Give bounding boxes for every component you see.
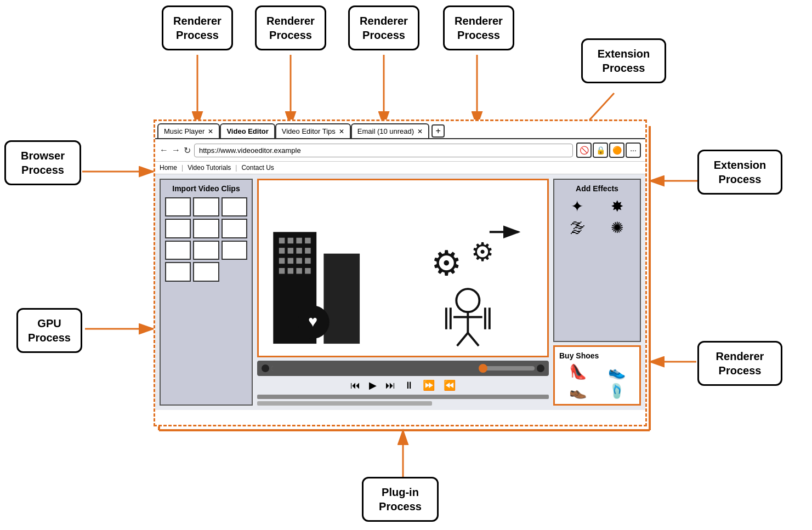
content-area: Import Video Clips	[155, 174, 645, 410]
clip-thumb-8[interactable]	[193, 241, 219, 260]
clip-thumb-3[interactable]	[222, 197, 247, 216]
playback-start	[262, 364, 269, 372]
ad-panel: Buy Shoes 👠 👟 👞 🩴	[553, 345, 641, 406]
browser-container: Music Player ✕ Video Editor Video Editor…	[154, 119, 647, 426]
extension-process-right: ExtensionProcess	[697, 150, 782, 195]
effect-sparkle[interactable]: ✦	[559, 197, 595, 215]
shoes-grid: 👠 👟 👞 🩴	[559, 363, 635, 400]
effects-grid: ✦ ✸ 🌫 ✺	[559, 197, 635, 237]
svg-rect-33	[305, 268, 311, 274]
playback-track[interactable]	[271, 366, 535, 371]
clip-thumb-7[interactable]	[165, 241, 191, 260]
tab-email[interactable]: Email (10 unread) ✕	[351, 123, 429, 138]
svg-rect-26	[279, 258, 285, 264]
svg-text:⚙: ⚙	[471, 237, 494, 266]
video-preview: ♥ ⚙ ⚙	[257, 179, 549, 357]
nav-home[interactable]: Home	[160, 164, 177, 172]
play-button[interactable]: ▶	[369, 379, 377, 391]
effect-burst[interactable]: ✸	[599, 197, 635, 215]
svg-rect-19	[288, 238, 294, 244]
skip-forward-button[interactable]: ⏭	[385, 380, 395, 391]
toolbar-icons: 🚫 🔒 🟠 ···	[576, 143, 641, 158]
clip-thumb-2[interactable]	[193, 197, 219, 216]
new-tab-button[interactable]: +	[431, 124, 445, 138]
nav-contact[interactable]: Contact Us	[241, 164, 274, 172]
lock-icon[interactable]: 🔒	[593, 143, 608, 158]
back-button[interactable]: ←	[160, 145, 168, 155]
center-panel: ♥ ⚙ ⚙	[257, 179, 549, 406]
shoe-boot[interactable]: 👞	[559, 383, 596, 400]
progress-bars	[257, 395, 549, 406]
shoe-sandal[interactable]: 🩴	[598, 383, 635, 400]
tab-close-email[interactable]: ✕	[417, 128, 423, 135]
clip-thumb-9[interactable]	[222, 241, 247, 260]
clip-thumb-5[interactable]	[193, 219, 219, 238]
skip-back-button[interactable]: ⏮	[350, 380, 360, 391]
nav-links: Home | Video Tutorials | Contact Us	[155, 162, 645, 174]
import-clips-title: Import Video Clips	[165, 184, 247, 193]
tab-video-editor-tips[interactable]: Video Editor Tips ✕	[275, 123, 351, 138]
playback-thumb[interactable]	[479, 364, 487, 373]
plugin-process: Plug-inProcess	[362, 477, 439, 522]
tab-video-editor[interactable]: Video Editor	[220, 123, 275, 138]
clip-thumb-4[interactable]	[165, 219, 191, 238]
renderer-process-2: RendererProcess	[255, 5, 326, 50]
playback-progress	[271, 366, 482, 371]
browser-chrome: Music Player ✕ Video Editor Video Editor…	[155, 121, 645, 174]
import-clips-panel: Import Video Clips	[160, 179, 253, 406]
svg-rect-30	[279, 268, 285, 274]
renderer-process-1: Renderer Process	[162, 5, 233, 50]
renderer-process-bottom: RendererProcess	[697, 341, 782, 386]
block-icon[interactable]: 🚫	[576, 143, 592, 158]
svg-rect-28	[296, 258, 302, 264]
fast-forward-button[interactable]: ⏩	[423, 379, 435, 391]
ad-title: Buy Shoes	[559, 351, 635, 360]
renderer-process-3: RendererProcess	[348, 5, 419, 50]
effect-flash[interactable]: ✺	[599, 219, 635, 237]
svg-text:♥: ♥	[308, 312, 317, 330]
svg-point-40	[456, 289, 479, 312]
clip-thumb-6[interactable]	[222, 219, 247, 238]
clip-thumb-10[interactable]	[165, 262, 191, 281]
svg-line-44	[468, 333, 479, 346]
tab-music-player[interactable]: Music Player ✕	[157, 123, 220, 138]
refresh-button[interactable]: ↻	[184, 145, 191, 156]
forward-button[interactable]: →	[172, 145, 180, 155]
pause-button[interactable]: ⏸	[404, 380, 414, 391]
svg-rect-22	[279, 248, 285, 254]
clip-thumb-11[interactable]	[193, 262, 219, 281]
nav-video-tutorials[interactable]: Video Tutorials	[188, 164, 231, 172]
effects-panel: Add Effects ✦ ✸ 🌫 ✺	[553, 179, 641, 342]
effect-smoke[interactable]: 🌫	[559, 219, 595, 237]
svg-rect-25	[305, 248, 311, 254]
tab-bar: Music Player ✕ Video Editor Video Editor…	[155, 121, 645, 139]
progress-bar-2	[257, 401, 432, 406]
url-input[interactable]	[194, 144, 573, 157]
clip-grid	[165, 197, 247, 282]
svg-rect-20	[296, 238, 302, 244]
address-bar: ← → ↻ 🚫 🔒 🟠 ···	[155, 139, 645, 162]
svg-rect-21	[305, 238, 311, 244]
tab-close-tips[interactable]: ✕	[339, 128, 344, 135]
extension-process-top: ExtensionProcess	[581, 38, 666, 83]
svg-rect-31	[288, 268, 294, 274]
shoe-heel[interactable]: 👠	[559, 363, 596, 380]
playback-controls: ⏮ ▶ ⏭ ⏸ ⏩ ⏪	[257, 379, 549, 391]
playback-end	[537, 364, 544, 372]
svg-rect-29	[305, 258, 311, 264]
rewind-button[interactable]: ⏪	[444, 379, 456, 391]
extension-icon[interactable]: 🟠	[609, 143, 624, 158]
clip-thumb-1[interactable]	[165, 197, 191, 216]
menu-icon[interactable]: ···	[626, 143, 641, 158]
right-panel: Add Effects ✦ ✸ 🌫 ✺ Buy Shoes 👠 👟 👞 🩴	[553, 179, 641, 406]
progress-bar-1	[257, 395, 549, 399]
playback-bar	[257, 361, 549, 376]
shoe-sneaker[interactable]: 👟	[598, 363, 635, 380]
svg-rect-18	[279, 238, 285, 244]
tab-close-music[interactable]: ✕	[208, 128, 213, 135]
browser-process: BrowserProcess	[4, 140, 81, 185]
svg-rect-24	[296, 248, 302, 254]
svg-rect-27	[288, 258, 294, 264]
svg-text:⚙: ⚙	[431, 244, 462, 282]
svg-rect-17	[323, 254, 360, 344]
